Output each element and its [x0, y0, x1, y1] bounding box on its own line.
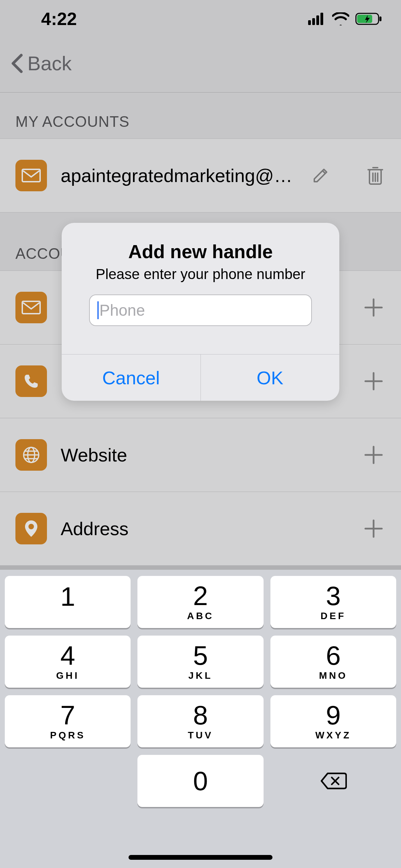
svg-rect-2 [316, 15, 319, 25]
chevron-left-icon [10, 53, 24, 74]
alert-modal: Add new handle Please enter your phone n… [62, 223, 339, 401]
keypad-key-9[interactable]: 9 WXYZ [270, 695, 396, 747]
cellular-icon [308, 13, 326, 25]
account-type-label: Website [61, 444, 348, 466]
keypad-key-2[interactable]: 2 ABC [137, 576, 263, 628]
status-right [308, 12, 382, 25]
delete-button[interactable] [365, 165, 386, 186]
wifi-icon [332, 12, 349, 25]
add-button[interactable] [362, 517, 386, 541]
battery-icon [355, 12, 382, 25]
numeric-keypad: 1 2 ABC 3 DEF 4 GHI 5 JKL 6 MNO 7 PQRS 8 [0, 570, 401, 868]
account-type-address-row[interactable]: Address [0, 492, 401, 566]
svg-rect-5 [357, 15, 372, 23]
phone-input[interactable]: Phone [89, 294, 312, 326]
mail-icon [15, 160, 47, 191]
svg-rect-3 [320, 13, 323, 25]
ok-button[interactable]: OK [200, 354, 340, 401]
location-pin-icon [15, 513, 47, 544]
alert-message: Please enter your phone number [75, 266, 326, 282]
globe-icon [15, 439, 47, 471]
backspace-icon [319, 771, 347, 791]
account-type-label: Address [61, 518, 348, 539]
back-button[interactable]: Back [10, 52, 72, 75]
account-type-website-row[interactable]: Website [0, 418, 401, 492]
phone-placeholder: Phone [99, 301, 145, 320]
add-button[interactable] [362, 443, 386, 467]
keypad-key-5[interactable]: 5 JKL [137, 636, 263, 688]
phone-icon [15, 365, 47, 397]
svg-rect-1 [312, 18, 315, 25]
account-email-label: apaintegratedmarketing@gmail.c… [61, 165, 296, 186]
cancel-button[interactable]: Cancel [62, 354, 200, 401]
keypad-key-0[interactable]: 0 [137, 755, 263, 807]
account-row[interactable]: apaintegratedmarketing@gmail.c… [0, 139, 401, 213]
status-time: 4:22 [41, 9, 77, 29]
svg-rect-15 [22, 301, 40, 314]
home-indicator[interactable] [129, 855, 272, 860]
keypad-key-6[interactable]: 6 MNO [270, 636, 396, 688]
svg-rect-6 [379, 16, 381, 21]
keypad-blank [5, 755, 131, 807]
keypad-key-1[interactable]: 1 [5, 576, 131, 628]
alert-title: Add new handle [75, 241, 326, 263]
keypad-backspace[interactable] [270, 755, 396, 807]
my-accounts-header: MY ACCOUNTS [0, 93, 401, 139]
add-button[interactable] [362, 369, 386, 393]
back-label: Back [27, 52, 72, 75]
keypad-key-3[interactable]: 3 DEF [270, 576, 396, 628]
svg-point-27 [28, 524, 34, 529]
keypad-key-7[interactable]: 7 PQRS [5, 695, 131, 747]
add-button[interactable] [362, 296, 386, 320]
mail-icon [15, 292, 47, 323]
text-cursor [97, 301, 99, 319]
edit-button[interactable] [310, 165, 331, 186]
status-bar: 4:22 [0, 0, 401, 34]
svg-rect-0 [308, 20, 311, 25]
svg-rect-7 [22, 169, 40, 182]
keypad-key-8[interactable]: 8 TUV [137, 695, 263, 747]
navigation-bar: Back [0, 34, 401, 93]
keypad-key-4[interactable]: 4 GHI [5, 636, 131, 688]
